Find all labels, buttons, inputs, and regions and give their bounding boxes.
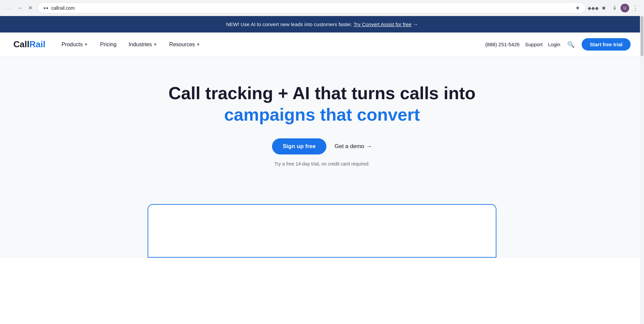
demo-arrow-icon: → [366,143,372,150]
nav-products-label: Products [61,42,83,48]
industries-chevron-icon: ▼ [153,42,157,47]
nav-resources[interactable]: Resources ▼ [164,39,206,50]
announcement-arrow: → [413,21,418,27]
hero-cta-row: Sign up free Get a demo → [13,138,631,154]
nav-products[interactable]: Products ▼ [56,39,93,50]
app-preview-box [148,204,496,258]
nav-industries-label: Industries [128,42,152,48]
nav-right: (888) 251-5426 Support Login 🔍 Start fre… [485,38,631,51]
url-display: callrail.com [51,5,573,11]
products-chevron-icon: ▼ [84,42,88,47]
extensions-icon[interactable]: ◆◆◆ [588,3,598,13]
bookmark-icon[interactable]: ★ [575,5,580,11]
extensions-puzzle-icon[interactable]: ■ [599,3,608,13]
demo-link[interactable]: Get a demo → [334,143,372,150]
nav-phone[interactable]: (888) 251-5426 [485,42,520,47]
back-button[interactable]: ← [4,3,13,13]
hero-heading-line1: Call tracking + AI that turns calls into [13,83,631,104]
reload-button[interactable]: ✕ [25,3,35,13]
announcement-banner: NEW! Use AI to convert new leads into cu… [0,16,644,33]
preview-section [0,197,644,258]
announcement-text: NEW! Use AI to convert new leads into cu… [226,21,352,27]
nav-support[interactable]: Support [525,42,543,47]
demo-label: Get a demo [334,143,364,150]
browser-actions: ◆◆◆ ■ ⇓ U ⋮ [588,3,640,13]
main-nav: CallRail Products ▼ Pricing Industries ▼… [0,33,644,57]
site-icon: ●● [43,5,49,10]
nav-industries[interactable]: Industries ▼ [123,39,162,50]
scrollbar-thumb[interactable] [641,16,643,56]
forward-button[interactable]: → [15,3,24,13]
signup-button[interactable]: Sign up free [272,138,326,154]
address-bar[interactable]: ●● callrail.com ★ [38,2,586,13]
logo-rail: Rail [30,39,46,50]
browser-nav-buttons: ← → ✕ [4,3,35,13]
hero-heading-line2: campaigns that convert [13,105,631,125]
trial-note: Try a free 14-day trial, no credit card … [13,161,631,167]
avatar[interactable]: U [621,4,629,12]
logo-call: Call [13,39,30,50]
announcement-link[interactable]: Try Convert Assist for free [354,21,412,27]
nav-pricing-label: Pricing [100,42,116,48]
search-icon[interactable]: 🔍 [566,39,576,50]
browser-chrome: ← → ✕ ●● callrail.com ★ ◆◆◆ ■ ⇓ U ⋮ [0,0,644,16]
nav-resources-label: Resources [169,42,195,48]
nav-login[interactable]: Login [548,42,560,47]
menu-icon[interactable]: ⋮ [631,3,640,13]
nav-items: Products ▼ Pricing Industries ▼ Resource… [56,39,485,50]
start-trial-button[interactable]: Start free trial [582,38,631,51]
nav-pricing[interactable]: Pricing [95,39,122,50]
logo[interactable]: CallRail [13,39,45,50]
hero-section: Call tracking + AI that turns calls into… [0,57,644,197]
download-icon[interactable]: ⇓ [610,3,619,13]
resources-chevron-icon: ▼ [196,42,200,47]
scrollbar[interactable] [640,0,644,258]
